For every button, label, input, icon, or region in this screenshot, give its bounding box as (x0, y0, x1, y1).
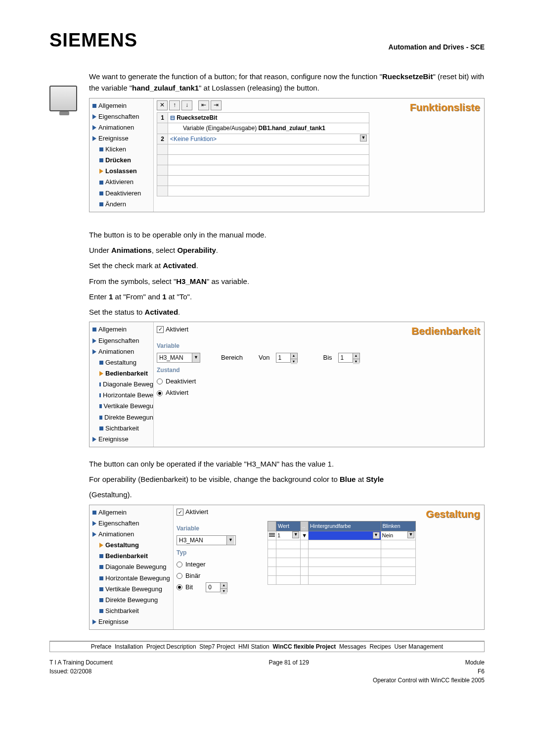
instruction-text: Set the check mark at Activated. (89, 260, 485, 271)
aktiviert-radio[interactable]: Aktiviert (157, 388, 481, 398)
bereich-label: Bereich (221, 353, 243, 363)
expand-icon (92, 125, 96, 130)
instruction-text: (Gestaltung). (89, 489, 485, 500)
expand-icon (92, 114, 96, 119)
footer-issued: Issued: 02/2008 (49, 668, 91, 675)
panel-title: Funktionsliste (410, 99, 480, 116)
bis-label: Bis (323, 353, 332, 363)
typ-binaer-radio[interactable]: Binär (177, 571, 261, 581)
section-label: Variable (157, 341, 481, 351)
square-icon (99, 181, 103, 185)
section-label: Variable (177, 524, 261, 533)
typ-integer-radio[interactable]: Integer (177, 560, 261, 569)
funktionsliste-panel: Allgemein Eigenschaften Animationen Erei… (89, 98, 485, 212)
section-label: Typ (177, 548, 261, 558)
variable-combo[interactable]: ▼ (157, 353, 200, 363)
instruction-text: Set the status to Activated. (89, 306, 485, 318)
move-down-button[interactable]: ↓ (181, 100, 192, 110)
bis-spinner[interactable]: ▲▼ (338, 353, 360, 363)
row-handle-icon[interactable] (269, 532, 275, 537)
instruction-text: The button can only be operated if the v… (89, 458, 485, 470)
deaktiviert-radio[interactable]: Deaktiviert (157, 377, 481, 386)
panel-title: Gestaltung (426, 506, 480, 522)
chevron-down-icon[interactable]: ▼ (360, 135, 367, 142)
outdent-button[interactable]: ⇤ (198, 100, 209, 110)
expand-icon (99, 169, 103, 174)
square-icon (99, 202, 103, 206)
chevron-down-icon[interactable]: ▼ (192, 353, 200, 362)
instruction-text: For operability (Bedienbarkeit) to be vi… (89, 473, 485, 485)
typ-bit-radio[interactable]: Bit ▲▼ (177, 582, 261, 592)
breadcrumb: Preface Installation Project Description… (49, 641, 485, 652)
color-cell[interactable]: ▼ (309, 531, 381, 540)
square-icon (92, 104, 96, 108)
property-tree[interactable]: Allgemein Eigenschaften Animationen Gest… (89, 505, 174, 630)
von-label: Von (259, 353, 269, 363)
indent-button[interactable]: ⇥ (211, 100, 222, 110)
intro-paragraph: We want to generate the function of a bu… (89, 71, 485, 94)
instruction-text: Enter 1 at "From" and 1 at "To". (89, 291, 485, 302)
property-tree[interactable]: Allgemein Eigenschaften Animationen Erei… (89, 98, 154, 212)
footer-doc-title: T I A Training Document (49, 659, 113, 666)
aktiviert-checkbox[interactable]: ✓Aktiviert (177, 507, 208, 517)
siemens-logo: SIEMENS (49, 30, 137, 51)
chevron-down-icon[interactable]: ▼ (407, 531, 414, 538)
monitor-icon (49, 86, 77, 111)
aktiviert-checkbox[interactable]: ✓Aktiviert (157, 325, 188, 334)
variable-combo[interactable]: ▼ (177, 535, 236, 545)
square-icon (99, 158, 103, 162)
header-division: Automation and Drives - SCE (389, 43, 485, 51)
function-table[interactable]: 1⊟ RuecksetzeBit Variable (Eingabe/Ausga… (157, 112, 369, 197)
footer-page-number: Page 81 of 129 (269, 659, 309, 666)
footer-module: Module (465, 659, 485, 666)
gestaltung-panel: Allgemein Eigenschaften Animationen Gest… (89, 505, 485, 630)
footer-module-code: F6 (478, 668, 485, 675)
section-label: Zustand (157, 366, 481, 375)
instruction-text: The button is to be operable only in the… (89, 229, 485, 240)
square-icon (99, 147, 103, 151)
footer-subtitle: Operator Control with WinCC flexible 200… (373, 677, 485, 684)
instruction-text: From the symbols, select "H3_MAN" as var… (89, 276, 485, 287)
square-icon (99, 191, 103, 195)
bit-spinner[interactable]: ▲▼ (206, 582, 227, 592)
delete-button[interactable]: ✕ (157, 100, 168, 110)
panel-title: Bedienbarkeit (411, 323, 480, 339)
chevron-down-icon[interactable]: ▼ (373, 532, 380, 539)
style-table[interactable]: Wert .. Hintergrundfarbe Blinken 1▼ ▼ ▼ … (267, 521, 416, 585)
bedienbarkeit-panel: Allgemein Eigenschaften Animationen Gest… (89, 322, 485, 447)
von-spinner[interactable]: ▲▼ (276, 353, 298, 363)
expand-icon (92, 136, 96, 141)
chevron-down-icon[interactable]: ▼ (292, 531, 299, 538)
instruction-text: Under Animations, select Operability. (89, 244, 485, 256)
move-up-button[interactable]: ↑ (169, 100, 180, 110)
property-tree[interactable]: Allgemein Eigenschaften Animationen Gest… (89, 322, 154, 447)
